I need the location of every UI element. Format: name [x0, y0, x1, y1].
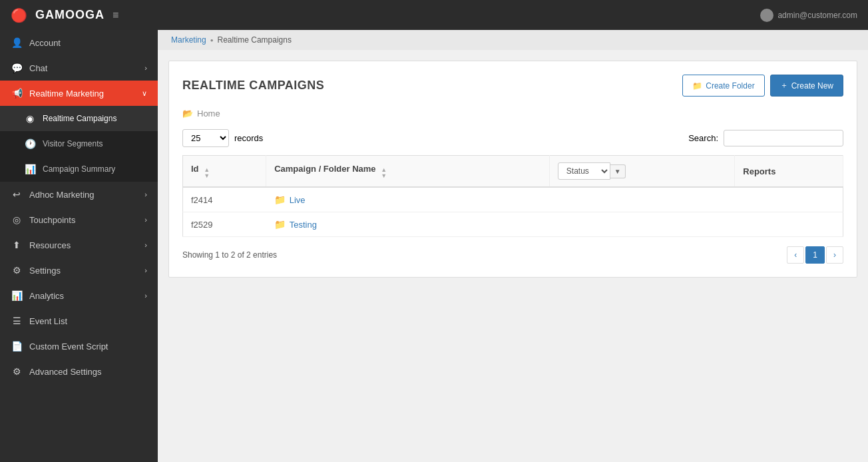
logo-text: GAMOOGA	[35, 8, 105, 22]
sidebar-item-resources[interactable]: ⬆ Resources ›	[0, 232, 158, 258]
main-panel: REALTIME CAMPAIGNS 📁 Create Folder ＋ Cre…	[168, 61, 857, 278]
col-header-name[interactable]: Campaign / Folder Name ▲▼	[266, 156, 550, 188]
search-area: Search:	[688, 130, 843, 146]
pagination-next[interactable]: ›	[826, 246, 843, 264]
folder-home-icon: 📂	[182, 109, 193, 118]
showing-text: Showing 1 to 2 of 2 entries	[182, 250, 277, 260]
sort-arrows-id: ▲▼	[204, 167, 210, 179]
table-controls: 25 50 100 records Search:	[182, 129, 843, 147]
sidebar-item-label: Event List	[29, 316, 67, 326]
content-main: REALTIME CAMPAIGNS 📁 Create Folder ＋ Cre…	[158, 50, 868, 462]
sidebar-item-label: Account	[29, 38, 61, 48]
records-select[interactable]: 25 50 100	[182, 129, 229, 147]
campaigns-table: Id ▲▼ Campaign / Folder Name ▲▼ Stat	[182, 155, 843, 237]
breadcrumb-separator: ●	[210, 37, 214, 43]
main-layout: 👤 Account 💬 Chat › 📢 Realtime Marketing …	[0, 30, 868, 462]
panel-header: REALTIME CAMPAIGNS 📁 Create Folder ＋ Cre…	[182, 75, 843, 97]
realtime-campaigns-icon: ◉	[24, 113, 36, 124]
sidebar-item-account[interactable]: 👤 Account	[0, 30, 158, 55]
touchpoints-icon: ◎	[11, 214, 23, 225]
cell-status	[549, 212, 734, 237]
logo-icon: 🔴	[11, 7, 27, 23]
table-body: f2414 📁 Live f2529	[183, 187, 843, 237]
hamburger-icon[interactable]: ≡	[112, 9, 118, 21]
folder-icon-sm: 📁	[274, 219, 286, 230]
sidebar-item-touchpoints[interactable]: ◎ Touchpoints ›	[0, 207, 158, 232]
chevron-right-icon: ›	[144, 292, 147, 300]
sidebar-item-label: Resources	[29, 240, 71, 250]
sidebar-item-label: Advanced Settings	[29, 367, 101, 377]
analytics-icon: 📊	[11, 290, 23, 301]
content-area: Marketing ● Realtime Campaigns REALTIME …	[158, 30, 868, 462]
sidebar-item-realtime-marketing[interactable]: 📢 Realtime Marketing ∨	[0, 81, 158, 106]
logo-area: 🔴 GAMOOGA ≡	[11, 7, 118, 23]
create-folder-button[interactable]: 📁 Create Folder	[682, 75, 764, 97]
folder-icon: 📁	[692, 81, 702, 91]
sidebar-item-label: Chat	[29, 63, 47, 73]
folder-link[interactable]: 📁 Live	[274, 194, 542, 205]
sidebar-item-settings[interactable]: ⚙ Settings ›	[0, 258, 158, 283]
account-icon: 👤	[11, 37, 23, 48]
search-input[interactable]	[724, 130, 843, 146]
avatar	[760, 9, 773, 22]
campaign-summary-icon: 📊	[24, 164, 36, 174]
chevron-right-icon: ›	[144, 64, 147, 72]
megaphone-icon: 📢	[11, 88, 23, 99]
sort-arrows-name: ▲▼	[381, 167, 387, 179]
sidebar-item-custom-event-script[interactable]: 📄 Custom Event Script	[0, 334, 158, 359]
sidebar-item-label: Campaign Summary	[43, 164, 115, 174]
status-select[interactable]: Status All Live Paused Draft Testing	[558, 162, 610, 180]
table-row: f2529 📁 Testing	[183, 212, 843, 237]
sidebar-item-advanced-settings[interactable]: ⚙ Advanced Settings	[0, 359, 158, 384]
breadcrumb: Marketing ● Realtime Campaigns	[158, 30, 868, 50]
sidebar-item-label: Analytics	[29, 291, 64, 301]
table-header: Id ▲▼ Campaign / Folder Name ▲▼ Stat	[183, 156, 843, 188]
custom-event-icon: 📄	[11, 341, 23, 351]
pagination-page-1[interactable]: 1	[805, 246, 825, 264]
realtime-marketing-submenu: ◉ Realtime Campaigns 🕐 Visitor Segments …	[0, 106, 158, 182]
cell-reports	[735, 212, 843, 237]
top-nav-user: admin@customer.com	[760, 9, 857, 22]
folder-link[interactable]: 📁 Testing	[274, 219, 542, 230]
chevron-right-icon: ›	[144, 241, 147, 249]
status-dropdown-btn[interactable]: ▼	[610, 164, 626, 178]
pagination: ‹ 1 ›	[787, 246, 843, 264]
cell-name: 📁 Live	[266, 187, 550, 212]
pagination-prev[interactable]: ‹	[787, 246, 804, 264]
chevron-right-icon: ›	[144, 266, 147, 274]
sidebar-item-label: Adhoc Marketing	[29, 190, 95, 200]
adhoc-icon: ↩	[11, 189, 23, 200]
records-label: records	[234, 133, 263, 143]
create-new-button[interactable]: ＋ Create New	[770, 75, 843, 97]
user-email: admin@customer.com	[777, 11, 857, 20]
sidebar-item-label: Visitor Segments	[43, 139, 103, 148]
col-header-reports: Reports	[735, 156, 843, 188]
settings-icon: ⚙	[11, 265, 23, 276]
breadcrumb-parent[interactable]: Marketing	[171, 35, 206, 45]
folder-icon-sm: 📁	[274, 194, 286, 205]
sidebar-item-chat[interactable]: 💬 Chat ›	[0, 55, 158, 81]
chevron-right-icon: ›	[144, 216, 147, 224]
col-header-status: Status All Live Paused Draft Testing ▼	[549, 156, 734, 188]
sidebar-item-event-list[interactable]: ☰ Event List	[0, 308, 158, 334]
search-label: Search:	[688, 133, 718, 143]
sidebar-item-label: Settings	[29, 266, 61, 276]
table-footer: Showing 1 to 2 of 2 entries ‹ 1 ›	[182, 246, 843, 264]
sidebar-item-adhoc-marketing[interactable]: ↩ Adhoc Marketing ›	[0, 182, 158, 207]
cell-status	[549, 187, 734, 212]
sidebar-item-visitor-segments[interactable]: 🕐 Visitor Segments	[0, 131, 158, 156]
plus-icon: ＋	[780, 80, 788, 91]
col-header-id[interactable]: Id ▲▼	[183, 156, 266, 188]
table-row: f2414 📁 Live	[183, 187, 843, 212]
cell-id: f2414	[183, 187, 266, 212]
chevron-down-icon: ∨	[142, 89, 147, 98]
page-title: REALTIME CAMPAIGNS	[182, 79, 324, 93]
chat-icon: 💬	[11, 63, 23, 73]
sidebar-item-analytics[interactable]: 📊 Analytics ›	[0, 283, 158, 308]
home-label: Home	[197, 109, 220, 118]
event-list-icon: ☰	[11, 316, 23, 326]
sidebar-item-label: Custom Event Script	[29, 342, 108, 351]
sidebar-item-realtime-campaigns[interactable]: ◉ Realtime Campaigns	[0, 106, 158, 131]
cell-id: f2529	[183, 212, 266, 237]
sidebar-item-campaign-summary[interactable]: 📊 Campaign Summary	[0, 156, 158, 182]
